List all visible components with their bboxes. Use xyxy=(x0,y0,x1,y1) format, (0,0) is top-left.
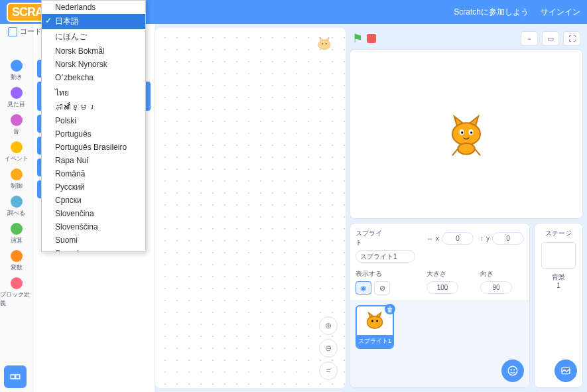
category-音[interactable]: 音 xyxy=(11,114,23,136)
script-workspace[interactable]: ⊕ ⊖ = xyxy=(155,28,346,388)
zoom-out-button[interactable]: ⊖ xyxy=(319,339,338,358)
scratch-cat-sprite xyxy=(443,111,489,157)
extensions-button[interactable] xyxy=(4,365,27,388)
language-option[interactable]: Slovenščina xyxy=(42,220,145,233)
svg-rect-1 xyxy=(16,375,20,379)
language-option[interactable]: Suomi xyxy=(42,233,145,247)
svg-point-3 xyxy=(322,43,323,44)
code-icon xyxy=(8,27,17,36)
sprite-size-input[interactable] xyxy=(426,281,458,294)
language-option[interactable]: にほんご xyxy=(42,29,145,44)
backdrop-label: 背景 xyxy=(552,273,565,282)
stage-selector-panel[interactable]: ステージ 背景 1 xyxy=(534,223,583,388)
category-ブロック定義[interactable]: ブロック定義 xyxy=(0,277,33,308)
svg-point-12 xyxy=(371,320,373,322)
language-option[interactable]: Română xyxy=(42,167,145,180)
delete-sprite-button[interactable]: 🗑 xyxy=(385,304,395,314)
svg-point-4 xyxy=(326,43,327,44)
language-option[interactable]: Oʻzbekcha xyxy=(42,71,145,84)
zoom-controls: ⊕ ⊖ = xyxy=(319,316,338,380)
sprite-info-panel: スプライト ↔x ↕y 表示する 大きさ 向き ◉ ⊘ 🗑 xyxy=(350,223,530,388)
svg-point-6 xyxy=(458,143,474,155)
language-option[interactable]: Norsk Nynorsk xyxy=(42,58,145,71)
add-sprite-button[interactable] xyxy=(501,359,524,382)
category-調べる[interactable]: 調べる xyxy=(7,196,25,218)
language-option[interactable]: 日本語 xyxy=(42,14,145,29)
language-option[interactable]: ไทย xyxy=(42,84,145,101)
sprite-x-input[interactable] xyxy=(442,232,474,245)
sprite-tile[interactable]: 🗑 スプライト1 xyxy=(356,305,394,349)
stage-canvas[interactable] xyxy=(350,49,583,219)
green-flag-icon[interactable]: ⚑ xyxy=(352,31,363,46)
category-変数[interactable]: 変数 xyxy=(11,250,23,272)
language-option[interactable]: Rapa Nui xyxy=(42,154,145,167)
zoom-reset-button[interactable]: = xyxy=(319,361,338,380)
svg-point-15 xyxy=(511,369,512,370)
category-list: 動き見た目音イベント制御調べる演算変数ブロック定義 xyxy=(0,24,33,392)
category-制御[interactable]: 制御 xyxy=(11,168,23,190)
signin-link[interactable]: サインイン xyxy=(541,7,580,18)
hide-sprite-button[interactable]: ⊘ xyxy=(374,281,390,294)
language-option[interactable]: Português Brasileiro xyxy=(42,141,145,154)
language-menu[interactable]: Nederlands日本語にほんごNorsk BokmålNorsk Nynor… xyxy=(41,0,146,252)
svg-point-13 xyxy=(376,320,378,322)
language-option[interactable]: Português xyxy=(42,127,145,141)
category-動き[interactable]: 動き xyxy=(11,60,23,82)
stage-large-button[interactable]: ▭ xyxy=(542,31,559,46)
fullscreen-button[interactable]: ⛶ xyxy=(563,31,580,46)
language-option[interactable]: Nederlands xyxy=(42,1,145,14)
show-label: 表示する xyxy=(356,269,385,279)
svg-point-11 xyxy=(367,316,382,328)
stage-thumbnail[interactable] xyxy=(541,242,576,269)
sprite-thumb xyxy=(363,309,387,333)
language-option[interactable]: Русский xyxy=(42,180,145,194)
svg-point-16 xyxy=(513,369,515,370)
svg-point-10 xyxy=(470,131,473,134)
join-link[interactable]: Scratchに参加しよう xyxy=(454,7,529,18)
stop-icon[interactable] xyxy=(367,34,376,43)
show-sprite-button[interactable]: ◉ xyxy=(356,281,371,294)
svg-rect-0 xyxy=(11,375,15,379)
language-option[interactable]: Norsk Bokmål xyxy=(42,44,145,58)
svg-point-14 xyxy=(508,366,517,375)
language-option[interactable]: Polski xyxy=(42,114,145,127)
category-イベント[interactable]: イベント xyxy=(5,141,29,163)
stage-column: ⚑ ▫ ▭ ⛶ スプライト ↔x ↕y 表示する 大きさ 向き xyxy=(350,24,587,392)
sprite-tile-name: スプライト1 xyxy=(357,335,393,348)
category-演算[interactable]: 演算 xyxy=(11,223,23,245)
svg-point-2 xyxy=(318,40,330,50)
add-backdrop-button[interactable] xyxy=(554,359,577,382)
sprite-label: スプライト xyxy=(356,229,385,247)
language-option[interactable]: Svenska xyxy=(42,247,145,252)
zoom-in-button[interactable]: ⊕ xyxy=(319,316,338,335)
language-option[interactable]: ភាសាខ្មែរ xyxy=(42,101,145,114)
language-option[interactable]: Slovenčina xyxy=(42,207,145,220)
arrows-h-icon: ↔ xyxy=(426,235,433,242)
language-option[interactable]: Српски xyxy=(42,194,145,207)
stage-small-button[interactable]: ▫ xyxy=(521,31,538,46)
stage-header: ⚑ ▫ ▭ ⛶ xyxy=(350,28,583,49)
sprite-y-input[interactable] xyxy=(492,232,524,245)
arrows-v-icon: ↕ xyxy=(480,235,484,242)
stage-title: ステージ xyxy=(545,229,572,238)
category-見た目[interactable]: 見た目 xyxy=(7,87,25,109)
sprite-watermark xyxy=(315,34,334,55)
sprite-name-input[interactable] xyxy=(356,250,415,263)
backdrop-count: 1 xyxy=(556,282,560,289)
svg-point-9 xyxy=(461,131,464,134)
sprite-direction-input[interactable] xyxy=(480,281,512,294)
